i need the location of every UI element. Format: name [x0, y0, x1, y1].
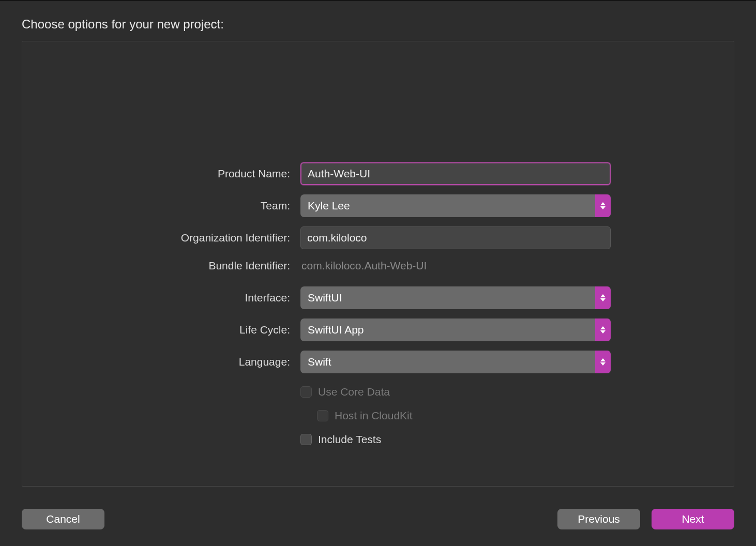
- host-cloudkit-row: Host in CloudKit: [300, 406, 611, 425]
- language-select-value: Swift: [308, 356, 331, 368]
- button-bar: Cancel Previous Next: [22, 509, 734, 529]
- include-tests-row: Include Tests: [300, 430, 611, 449]
- use-core-data-row: Use Core Data: [300, 383, 611, 401]
- use-core-data-label: Use Core Data: [318, 386, 390, 398]
- include-tests-label: Include Tests: [318, 433, 381, 446]
- next-button[interactable]: Next: [652, 509, 734, 529]
- bundle-id-value: com.kiloloco.Auth-Web-UI: [300, 254, 611, 277]
- use-core-data-checkbox: [300, 386, 312, 398]
- include-tests-checkbox[interactable]: [300, 434, 312, 445]
- org-id-label: Organization Identifier:: [145, 232, 300, 244]
- language-row: Language: Swift: [145, 351, 611, 373]
- updown-icon: [595, 318, 611, 341]
- new-project-options-window: Choose options for your new project: Pro…: [0, 0, 756, 546]
- interface-label: Interface:: [145, 292, 300, 304]
- updown-icon: [595, 194, 611, 217]
- bundle-id-row: Bundle Identifier: com.kiloloco.Auth-Web…: [145, 254, 611, 277]
- interface-select-value: SwiftUI: [308, 292, 342, 304]
- page-title: Choose options for your new project:: [22, 17, 224, 32]
- product-name-input[interactable]: [300, 162, 611, 185]
- checkbox-group: Use Core Data Host in CloudKit Include T…: [300, 383, 611, 449]
- interface-select[interactable]: SwiftUI: [300, 286, 611, 309]
- interface-row: Interface: SwiftUI: [145, 286, 611, 309]
- team-select[interactable]: Kyle Lee: [300, 194, 611, 217]
- updown-icon: [595, 351, 611, 373]
- team-row: Team: Kyle Lee: [145, 194, 611, 217]
- life-cycle-row: Life Cycle: SwiftUI App: [145, 318, 611, 341]
- product-name-row: Product Name:: [145, 162, 611, 185]
- options-form: Product Name: Team: Kyle Lee Org: [145, 162, 611, 449]
- host-cloudkit-label: Host in CloudKit: [335, 410, 413, 422]
- life-cycle-select[interactable]: SwiftUI App: [300, 318, 611, 341]
- life-cycle-select-value: SwiftUI App: [308, 324, 364, 336]
- host-cloudkit-checkbox: [317, 410, 328, 421]
- language-select[interactable]: Swift: [300, 351, 611, 373]
- team-select-value: Kyle Lee: [308, 200, 350, 212]
- right-buttons: Previous Next: [557, 509, 734, 529]
- updown-icon: [595, 286, 611, 309]
- team-label: Team:: [145, 200, 300, 212]
- org-id-row: Organization Identifier:: [145, 226, 611, 249]
- options-panel: Product Name: Team: Kyle Lee Org: [22, 41, 734, 487]
- previous-button[interactable]: Previous: [557, 509, 640, 529]
- cancel-button[interactable]: Cancel: [22, 509, 104, 529]
- org-id-input[interactable]: [300, 226, 611, 249]
- product-name-label: Product Name:: [145, 168, 300, 180]
- bundle-id-label: Bundle Identifier:: [145, 260, 300, 272]
- language-label: Language:: [145, 356, 300, 368]
- life-cycle-label: Life Cycle:: [145, 324, 300, 336]
